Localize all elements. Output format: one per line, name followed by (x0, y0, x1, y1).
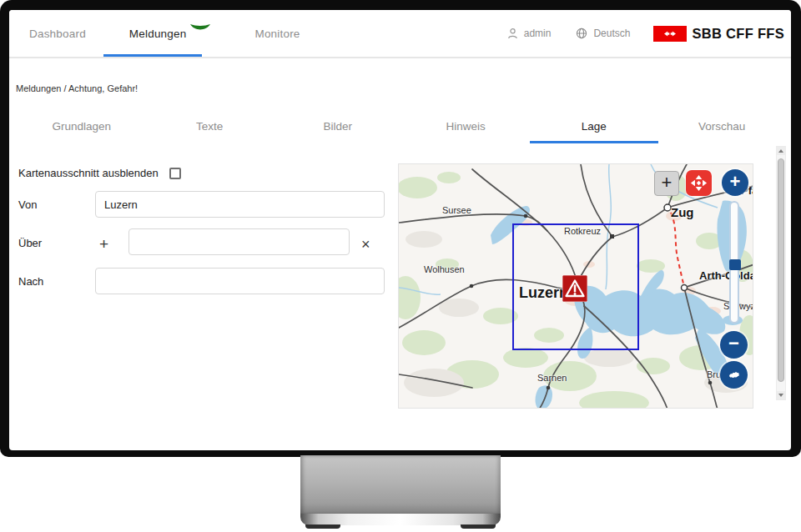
monitor-base (300, 514, 501, 525)
scrollbar-down-icon (778, 394, 783, 397)
user-menu[interactable]: admin (507, 28, 552, 39)
tab-grundlagen[interactable]: Grundlagen (18, 108, 146, 143)
von-input[interactable] (95, 191, 385, 218)
ueber-label: Über (18, 237, 42, 249)
map-pan-button[interactable] (686, 170, 712, 196)
scrollbar-up-button[interactable] (777, 147, 785, 155)
map-home-switzerland-button[interactable] (720, 361, 748, 389)
brand-text: SBB CFF FFS (692, 26, 784, 42)
map-label-zug: Zug (671, 205, 694, 219)
nach-input[interactable] (95, 268, 385, 294)
map-zoom-slider-handle[interactable] (729, 259, 741, 270)
map-label-sarnen: Sarnen (537, 373, 567, 383)
user-icon (507, 28, 518, 39)
header-right-cluster: admin Deutsch SBB CFF FFS (507, 10, 784, 57)
tab-lage[interactable]: Lage (530, 108, 658, 143)
main-nav: Dashboard Meldungen Monitore (29, 10, 300, 57)
breadcrumb: Meldungen / Achtung, Gefahr! (16, 83, 138, 93)
map-expand-button[interactable]: + (654, 171, 679, 196)
monitor-foot-left (305, 524, 340, 529)
tab-texte[interactable]: Texte (146, 108, 275, 143)
map-viewport[interactable]: Sursee Rotkreuz Zug Wolhusen Luzern Arth… (398, 163, 753, 409)
map-zoom-in-button[interactable]: + (722, 169, 748, 196)
tab-bilder[interactable]: Bilder (274, 108, 402, 143)
scrollbar-thumb[interactable] (778, 158, 784, 382)
switzerland-icon (725, 366, 743, 384)
page-scrollbar[interactable] (776, 146, 786, 400)
nav-item-monitore[interactable]: Monitore (254, 28, 300, 40)
nav-item-meldungen-wrap: Meldungen (129, 28, 212, 40)
tab-vorschau[interactable]: Vorschau (658, 108, 787, 143)
von-label: Von (18, 198, 37, 211)
sbb-logo: SBB CFF FFS (653, 26, 784, 42)
nach-label: Nach (18, 275, 43, 288)
nav-item-meldungen[interactable]: Meldungen (129, 28, 187, 40)
pan-arrows-icon (688, 173, 709, 193)
app-window: Dashboard Meldungen Monitore admin (9, 10, 791, 450)
active-nav-underline (103, 54, 202, 57)
add-via-button[interactable]: + (99, 236, 108, 252)
stage: Dashboard Meldungen Monitore admin (0, 0, 801, 532)
clear-via-button[interactable]: × (361, 237, 370, 252)
map-label-wolhusen: Wolhusen (424, 264, 465, 274)
tab-hinweis[interactable]: Hinweis (402, 108, 531, 143)
hide-map-checkbox[interactable] (169, 168, 181, 179)
language-menu[interactable]: Deutsch (576, 28, 630, 39)
tab-bar: Grundlagen Texte Bilder Hinweis Lage Vor… (18, 108, 786, 143)
green-crescent-icon (189, 23, 211, 32)
language-label: Deutsch (593, 28, 630, 39)
ueber-input[interactable] (128, 228, 350, 255)
user-name: admin (524, 28, 552, 39)
scrollbar-down-button[interactable] (777, 391, 785, 399)
monitor-foot-right (461, 524, 496, 529)
top-navigation-bar: Dashboard Meldungen Monitore admin (9, 10, 791, 58)
scrollbar-up-icon (778, 149, 783, 153)
map-label-sursee: Sursee (442, 205, 471, 215)
nav-item-dashboard[interactable]: Dashboard (29, 28, 86, 40)
monitor-stand (300, 455, 501, 515)
map-zoom-slider[interactable] (729, 201, 739, 324)
map-zoom-out-button[interactable]: − (720, 331, 748, 359)
warning-marker-icon[interactable] (562, 275, 587, 302)
hide-map-label: Kartenausschnitt ausblenden (18, 167, 159, 179)
globe-icon (576, 28, 587, 39)
sbb-signet-icon (653, 26, 687, 42)
map-label-arth-goldau: Arth-Goldau (699, 269, 753, 282)
